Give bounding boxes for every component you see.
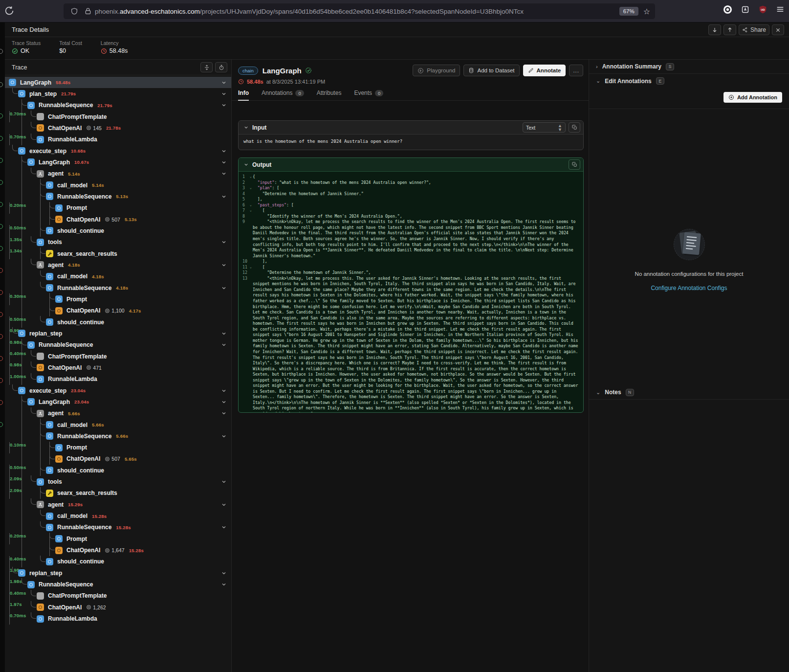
chevron-down-icon[interactable] <box>221 262 227 268</box>
url-bar[interactable]: phoenix.advanced-eschatonics.com/project… <box>64 3 655 19</box>
trace-tree-row[interactable]: RunnableLambda1.00ms <box>5 374 231 385</box>
trace-tree-row[interactable]: replan_step1.98s <box>5 567 231 579</box>
tab-attributes[interactable]: Attributes <box>317 90 342 100</box>
playground-button[interactable]: Playground <box>413 65 460 76</box>
collapse-chevron-icon[interactable]: ⌄ <box>250 174 252 180</box>
chevron-down-icon[interactable] <box>221 285 227 291</box>
chevron-down-icon[interactable] <box>221 582 227 587</box>
chevron-down-icon[interactable] <box>221 479 227 485</box>
chevron-down-icon[interactable] <box>221 331 227 336</box>
trace-tree-row[interactable]: RunnableLambda0.70ms <box>5 134 231 145</box>
chevron-down-icon[interactable] <box>221 570 227 576</box>
trace-tree-row[interactable]: ChatPromptTemplate0.70ms <box>5 111 231 122</box>
share-button[interactable]: Share <box>739 24 769 35</box>
trace-tree-row[interactable]: RunnableSequence4.18s <box>5 282 231 293</box>
trace-tree-row[interactable]: tools2.09s <box>5 476 231 487</box>
more-options-button[interactable]: ... <box>569 65 583 76</box>
trace-tree-row[interactable]: ChatOpenAI1,1004.17s <box>5 305 231 316</box>
chevron-down-icon[interactable] <box>221 388 227 394</box>
trace-tree-row[interactable]: execute_step10.68s <box>5 145 231 157</box>
format-select[interactable]: Text▲▼ <box>523 122 566 133</box>
prev-trace-button[interactable] <box>723 24 736 35</box>
trace-tree-row[interactable]: RunnableSequence5.13s <box>5 191 231 202</box>
notes-row[interactable]: ⌄ Notes N <box>589 385 789 400</box>
close-button[interactable] <box>772 24 784 35</box>
chevron-down-icon[interactable] <box>221 159 227 165</box>
expand-collapse-button[interactable] <box>200 62 213 72</box>
collapse-chevron-icon[interactable]: ⌄ <box>250 202 252 208</box>
collapse-chevron-icon[interactable]: ⌄ <box>250 185 252 191</box>
adblock-shield-icon[interactable]: UO <box>758 4 767 14</box>
trace-tree-row[interactable]: ChatPromptTemplate0.40ms <box>5 351 231 362</box>
trace-tree-row[interactable]: execute_step23.04s <box>5 385 231 396</box>
chevron-down-icon[interactable] <box>221 410 227 416</box>
chevron-down-icon[interactable] <box>221 239 227 245</box>
record-extension-icon[interactable] <box>723 4 732 14</box>
reload-icon[interactable] <box>4 5 16 17</box>
shield-icon[interactable] <box>70 7 78 15</box>
trace-tree-row[interactable]: call_model5.66s <box>5 419 231 430</box>
menu-hamburger-icon[interactable] <box>775 4 785 14</box>
chevron-down-icon[interactable] <box>221 91 227 97</box>
trace-tree-row[interactable]: LangGraph10.67s <box>5 157 231 168</box>
trace-tree-row[interactable]: should_continue0.40ms <box>5 556 231 567</box>
trace-tree-row[interactable]: tools1.35s <box>5 237 231 248</box>
copy-input-button[interactable] <box>569 122 580 133</box>
timer-button[interactable] <box>215 62 227 72</box>
chevron-down-icon[interactable] <box>221 524 227 530</box>
edit-annotations-row[interactable]: ⌄ Edit Annotations E <box>589 74 789 88</box>
annotation-summary-row[interactable]: › Annotation Summary S <box>589 60 789 74</box>
chevron-down-icon[interactable] <box>221 399 227 405</box>
trace-tree-row[interactable]: searx_search_results1.34s <box>5 248 231 259</box>
collapse-chevron-icon[interactable]: ⌄ <box>250 208 252 214</box>
trace-tree-row[interactable]: RunnableSequence15.28s <box>5 522 231 533</box>
next-trace-button[interactable] <box>708 24 721 35</box>
tab-annotations[interactable]: Annotations0 <box>262 90 304 100</box>
trace-tree-row[interactable]: agent5.14s <box>5 168 231 179</box>
trace-tree-row[interactable]: agent4.18s <box>5 259 231 270</box>
chevron-down-icon[interactable] <box>221 342 227 348</box>
trace-tree-row[interactable]: call_model4.18s <box>5 271 231 282</box>
collapse-chevron-icon[interactable] <box>243 162 249 167</box>
trace-tree-row[interactable]: ChatOpenAI4710.98s <box>5 362 231 373</box>
zoom-level-badge[interactable]: 67% <box>619 7 638 16</box>
chevron-down-icon[interactable] <box>221 148 227 154</box>
chevron-down-icon[interactable] <box>221 102 227 108</box>
trace-tree-row[interactable]: LangGraph23.04s <box>5 396 231 407</box>
copy-output-button[interactable] <box>569 159 580 170</box>
chevron-down-icon[interactable] <box>221 171 227 177</box>
configure-annotation-configs-link[interactable]: Configure Annotation Configs <box>651 285 727 291</box>
trace-tree-row[interactable]: ChatOpenAI1,64715.28s <box>5 544 231 556</box>
trace-tree-row[interactable]: should_continue0.50ms <box>5 465 231 476</box>
trace-tree-row[interactable]: ChatOpenAI1,2621.97s <box>5 602 231 613</box>
trace-tree-row[interactable]: ChatPromptTemplate0.40ms <box>5 590 231 602</box>
trace-tree-row[interactable]: plan_step21.79s <box>5 88 231 99</box>
chevron-down-icon[interactable] <box>221 433 227 439</box>
trace-tree-row[interactable]: searx_search_results2.09s <box>5 488 231 499</box>
extension-icon[interactable] <box>740 4 750 14</box>
add-annotation-button[interactable]: Add Annotation <box>723 92 782 103</box>
lock-icon[interactable] <box>84 7 92 15</box>
tab-events[interactable]: Events0 <box>354 90 383 100</box>
chevron-down-icon[interactable] <box>221 502 227 508</box>
collapse-chevron-icon[interactable] <box>243 125 249 130</box>
trace-tree-row[interactable]: replan_step0.99s <box>5 328 231 339</box>
trace-tree-row[interactable]: ChatOpenAI5075.65s <box>5 453 231 465</box>
trace-tree-row[interactable]: Prompt0.10ms <box>5 442 231 453</box>
chevron-down-icon[interactable] <box>221 80 227 86</box>
url-text[interactable]: phoenix.advanced-eschatonics.com/project… <box>95 8 619 15</box>
trace-tree-row[interactable]: agent5.66s <box>5 408 231 419</box>
trace-tree-row[interactable]: RunnableLambda0.70ms <box>5 613 231 624</box>
trace-tree-row[interactable]: Prompt0.30ms <box>5 293 231 305</box>
tab-info[interactable]: Info <box>238 90 249 100</box>
trace-tree-row[interactable]: LangGraph58.48s <box>5 77 231 88</box>
trace-tree-row[interactable]: ChatOpenAI14521.78s <box>5 122 231 134</box>
trace-tree-row[interactable]: RunnableSequence21.79s <box>5 100 231 111</box>
collapse-chevron-icon[interactable]: ⌄ <box>250 265 252 270</box>
trace-tree-row[interactable]: Prompt0.20ms <box>5 202 231 214</box>
trace-tree-row[interactable]: RunnableSequence5.66s <box>5 430 231 442</box>
trace-tree-row[interactable]: ChatOpenAI5075.13s <box>5 214 231 225</box>
trace-tree-row[interactable]: should_continue0.50ms <box>5 316 231 328</box>
trace-tree-row[interactable]: should_continue0.50ms <box>5 225 231 236</box>
bookmark-star-icon[interactable]: ☆ <box>643 7 650 16</box>
